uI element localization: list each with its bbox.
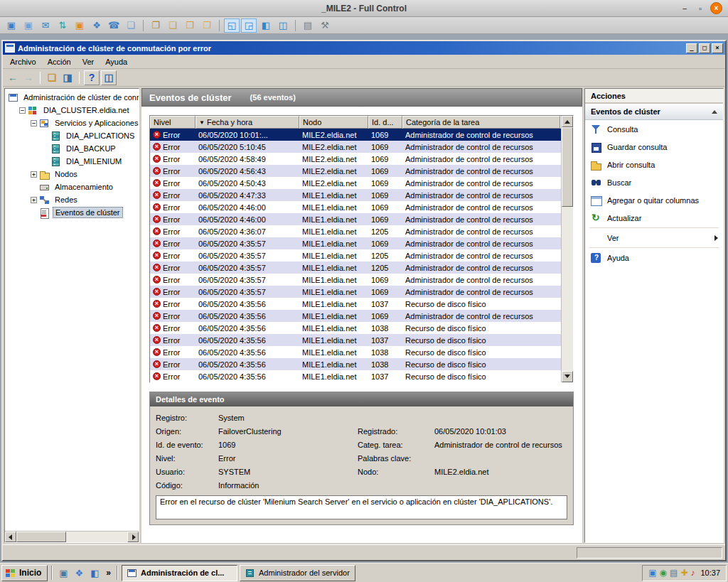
- clipboard-copy-icon[interactable]: ❐: [148, 18, 164, 33]
- monitor-select-icon[interactable]: ◫: [275, 18, 291, 33]
- window-maximize-button[interactable]: □: [699, 43, 710, 53]
- updates-icon[interactable]: ✚: [680, 568, 687, 577]
- collapse-icon[interactable]: −: [19, 107, 26, 114]
- scroll-left-icon[interactable]: [5, 532, 16, 542]
- remote-desktop-icon[interactable]: ▣: [56, 566, 70, 580]
- remote-apps-icon[interactable]: ❖: [89, 18, 105, 33]
- window-close-button[interactable]: ×: [712, 43, 723, 53]
- action-guardar-consulta[interactable]: Guardar consulta: [585, 138, 723, 156]
- column-header-fecha-y-hora[interactable]: ▼Fecha y hora: [196, 116, 299, 129]
- show-desktop-icon[interactable]: ◧: [87, 566, 102, 580]
- taskbar-task-administraci-n-de-cl[interactable]: Administración de cl...: [122, 565, 237, 581]
- export-list-icon[interactable]: ❏: [45, 70, 59, 85]
- event-row[interactable]: Error06/05/2020 4:35:56MILE1.eldia.net10…: [150, 334, 561, 346]
- scrollbar-thumb[interactable]: [16, 532, 66, 542]
- tree-item-dia-milenium[interactable]: DIA_MILENIUM: [5, 155, 139, 168]
- stop-control-icon[interactable]: ▣: [72, 18, 87, 33]
- events-vertical-scrollbar[interactable]: [561, 116, 573, 382]
- menu-archivo[interactable]: Archivo: [4, 55, 42, 68]
- event-row[interactable]: Error06/05/2020 4:35:56MILE1.eldia.net10…: [150, 298, 561, 310]
- event-row[interactable]: Error06/05/2020 4:35:57MILE1.eldia.net10…: [150, 274, 561, 286]
- network-status-icon[interactable]: ▣: [648, 568, 656, 577]
- tree-item-dia-aplications[interactable]: DIA_APLICATIONS: [5, 129, 139, 142]
- scale-view-icon[interactable]: ◧: [258, 18, 274, 33]
- scroll-right-icon[interactable]: [127, 532, 139, 542]
- action-agregar-o-quitar-columnas[interactable]: Agregar o quitar columnas: [585, 191, 723, 209]
- tree-item-dia-cluster-eldia-net[interactable]: −DIA_CLUSTER.eldia.net: [5, 104, 139, 117]
- tree-item-almacenamiento[interactable]: Almacenamiento: [5, 180, 139, 193]
- event-row[interactable]: Error06/05/2020 4:35:56MILE1.eldia.net10…: [150, 322, 561, 334]
- column-header-id-d[interactable]: Id. d...: [368, 116, 402, 129]
- reconnect-icon[interactable]: ⇅: [55, 18, 70, 33]
- scrollbar-track[interactable]: [16, 532, 127, 542]
- clipboard-paste-icon[interactable]: ❑: [165, 18, 181, 33]
- collapse-icon[interactable]: −: [31, 120, 37, 126]
- open-connection-icon[interactable]: ▣: [21, 18, 36, 33]
- quicklaunch-overflow-chevron[interactable]: »: [104, 568, 113, 578]
- send-message-icon[interactable]: ✉: [38, 18, 53, 33]
- event-row[interactable]: Error06/05/2020 4:47:33MILE1.eldia.net10…: [150, 189, 561, 201]
- event-row[interactable]: Error06/05/2020 4:58:49MILE2.eldia.net10…: [150, 153, 561, 165]
- scrollbar-track[interactable]: [562, 127, 573, 371]
- actions-section-header[interactable]: Eventos de clúster: [585, 104, 723, 120]
- tree-item-eventos-de-cl-ster[interactable]: Eventos de clúster: [5, 206, 139, 219]
- chat-icon[interactable]: ❏: [123, 18, 139, 33]
- column-header-nivel[interactable]: Nivel: [150, 116, 196, 129]
- event-row[interactable]: Error06/05/2020 4:35:57MILE1.eldia.net10…: [150, 286, 561, 298]
- column-header-categor-a-de-la-tarea[interactable]: Categoría de la tarea: [402, 116, 560, 129]
- globe-icon[interactable]: ◉: [660, 568, 667, 577]
- volume-muted-icon[interactable]: ♪: [690, 568, 695, 577]
- viewer-minimize-button[interactable]: –: [679, 3, 690, 14]
- scrollbar-thumb[interactable]: [562, 127, 573, 207]
- scroll-down-icon[interactable]: [562, 371, 573, 382]
- fullscreen-icon[interactable]: ◱: [224, 18, 240, 33]
- action-ver[interactable]: Ver: [585, 229, 723, 247]
- event-row[interactable]: Error06/05/2020 4:56:43MILE2.eldia.net10…: [150, 165, 561, 177]
- remote-session-icon[interactable]: ▤: [670, 568, 678, 577]
- start-button[interactable]: Inicio: [1, 565, 48, 581]
- menu-acci-n[interactable]: Acción: [42, 55, 77, 68]
- network-places-icon[interactable]: ❖: [72, 566, 86, 580]
- forward-icon[interactable]: →: [21, 70, 36, 85]
- help-icon[interactable]: ?: [84, 70, 100, 85]
- expand-icon[interactable]: +: [31, 171, 37, 178]
- window-titlebar[interactable]: Administración de clúster de conmutación…: [3, 41, 725, 55]
- viewer-close-button[interactable]: ×: [710, 2, 722, 14]
- window-minimize-button[interactable]: _: [686, 43, 697, 53]
- action-abrir-consulta[interactable]: Abrir consulta: [585, 156, 723, 173]
- properties-window-icon[interactable]: ◨: [60, 70, 75, 85]
- event-row[interactable]: Error06/05/2020 4:50:43MILE2.eldia.net10…: [150, 177, 561, 189]
- taskbar-task-administrador-del-servidor[interactable]: Administrador del servidor: [240, 565, 355, 581]
- scroll-up-icon[interactable]: [562, 116, 573, 127]
- tree-item-administraci-n-de-cl-ster-de-conmu[interactable]: Administración de clúster de conmu: [5, 91, 139, 104]
- event-row[interactable]: Error06/05/2020 4:35:57MILE1.eldia.net12…: [150, 262, 561, 274]
- tree-item-dia-backup[interactable]: DIA_BACKUP: [5, 142, 139, 155]
- column-header-nodo[interactable]: Nodo: [299, 116, 368, 129]
- action-consulta[interactable]: Consulta: [585, 120, 723, 138]
- tree-item-nodos[interactable]: +Nodos: [5, 168, 139, 180]
- fit-window-icon[interactable]: ◲: [241, 18, 257, 33]
- menu-ayuda[interactable]: Ayuda: [100, 55, 133, 68]
- event-row[interactable]: Error06/05/2020 4:46:00MILE1.eldia.net10…: [150, 213, 561, 225]
- action-buscar[interactable]: Buscar: [585, 173, 723, 191]
- show-console-tree-icon[interactable]: ◫: [101, 70, 117, 85]
- event-row[interactable]: Error06/05/2020 4:35:56MILE1.eldia.net10…: [150, 346, 561, 358]
- collapse-section-icon[interactable]: [712, 110, 717, 114]
- event-row[interactable]: Error06/05/2020 10:01:...MILE2.eldia.net…: [150, 129, 561, 141]
- voice-call-icon[interactable]: ☎: [106, 18, 122, 33]
- action-actualizar[interactable]: Actualizar: [585, 209, 723, 227]
- viewer-maximize-button[interactable]: ▫: [695, 3, 706, 14]
- event-row[interactable]: Error06/05/2020 4:35:57MILE1.eldia.net12…: [150, 249, 561, 262]
- action-ayuda[interactable]: Ayuda: [585, 249, 723, 266]
- event-row[interactable]: Error06/05/2020 4:46:00MILE1.eldia.net10…: [150, 201, 561, 213]
- expand-icon[interactable]: +: [31, 197, 37, 203]
- event-row[interactable]: Error06/05/2020 4:35:56MILE1.eldia.net10…: [150, 358, 561, 370]
- event-row[interactable]: Error06/05/2020 5:10:45MILE2.eldia.net10…: [150, 141, 561, 153]
- event-row[interactable]: Error06/05/2020 4:35:57MILE1.eldia.net10…: [150, 237, 561, 249]
- new-connection-icon[interactable]: ▣: [4, 18, 19, 33]
- file-transfer-icon[interactable]: ❒: [182, 18, 198, 33]
- tree-item-servicios-y-aplicaciones[interactable]: −Servicios y Aplicaciones: [5, 117, 139, 129]
- event-row[interactable]: Error06/05/2020 4:35:56MILE1.eldia.net10…: [150, 310, 561, 322]
- view-layout-icon[interactable]: ▤: [300, 18, 316, 33]
- menu-ver[interactable]: Ver: [77, 55, 100, 68]
